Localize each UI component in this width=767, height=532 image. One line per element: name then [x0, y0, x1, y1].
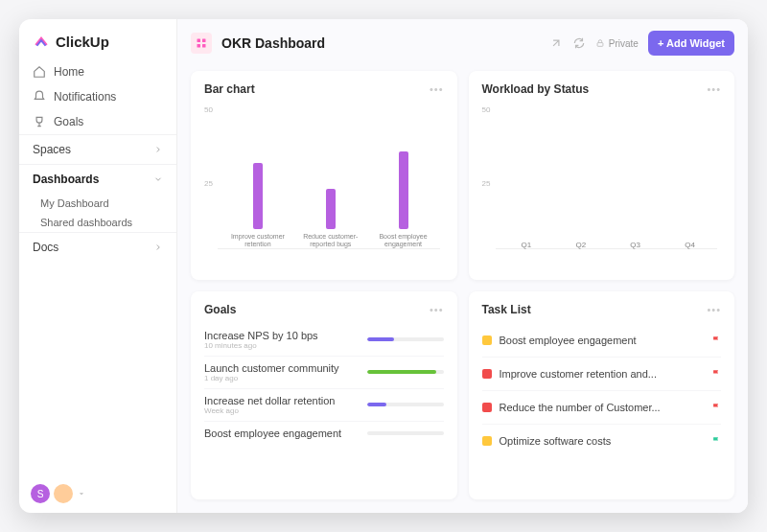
bar: Boost employee engagement [375, 151, 432, 249]
section-dashboards-label: Dashboards [33, 173, 99, 186]
page-title: OKR Dashboard [221, 35, 325, 51]
goal-item[interactable]: Increase net dollar retentionWeek ago [204, 389, 444, 422]
chevron-right-icon [153, 145, 163, 154]
section-spaces[interactable]: Spaces [19, 134, 176, 164]
nav-home[interactable]: Home [25, 59, 171, 84]
dashboard-icon [191, 33, 212, 54]
card-workload: Workload by Status ••• 5025Q1Q2Q3Q4 [469, 71, 735, 280]
footer-avatars: S [19, 474, 176, 513]
goal-text: Increase NPS by 10 bps [204, 330, 318, 341]
section-spaces-label: Spaces [33, 143, 71, 156]
section-docs-label: Docs [33, 241, 58, 254]
cards-grid: Bar chart ••• 5025Improve customer reten… [177, 67, 748, 513]
task-text: Improve customer retention and... [500, 368, 705, 380]
task-text: Reduce the number of Customer... [500, 402, 705, 413]
status-square-icon [482, 403, 492, 412]
task-item[interactable]: Optimize software costs [482, 425, 722, 457]
goal-time: Week ago [204, 406, 335, 415]
status-square-icon [482, 436, 492, 446]
nav-notifications-label: Notifications [54, 90, 116, 104]
refresh-icon[interactable] [572, 36, 586, 50]
brand-row: ClickUp [19, 19, 176, 59]
card-bar-chart: Bar chart ••• 5025Improve customer reten… [191, 71, 457, 280]
task-item[interactable]: Boost employee engagement [482, 324, 722, 358]
goal-item[interactable]: Boost employee engagement [204, 422, 444, 445]
bar-label: Improve customer retention [224, 233, 291, 249]
trophy-icon [33, 115, 46, 128]
goal-item[interactable]: Launch customer community1 day ago [204, 357, 444, 389]
nav-home-label: Home [54, 65, 84, 79]
svg-rect-0 [198, 39, 201, 43]
lock-icon [595, 38, 605, 48]
avatar-s[interactable]: S [31, 484, 50, 503]
task-item[interactable]: Reduce the number of Customer... [482, 391, 722, 425]
header: OKR Dashboard Private + Add Widget [177, 19, 748, 67]
card-title: Workload by Status [482, 82, 590, 96]
avatar-user[interactable] [54, 484, 73, 503]
stacked-bar: Q4 [662, 157, 717, 249]
bar: Improve customer retention [229, 163, 287, 248]
home-icon [33, 65, 46, 79]
bar-label: Q2 [575, 241, 586, 249]
privacy-indicator[interactable]: Private [595, 38, 639, 49]
nav-goals-label: Goals [54, 115, 83, 128]
nav-goals[interactable]: Goals [25, 109, 171, 134]
goal-time: 1 day ago [204, 374, 339, 382]
sidebar-item-shared-dashboards[interactable]: Shared dashboards [19, 213, 176, 232]
svg-rect-1 [202, 39, 206, 43]
svg-rect-2 [198, 44, 201, 48]
status-square-icon [482, 335, 492, 345]
goal-text: Increase net dollar retention [204, 395, 335, 406]
card-menu-icon[interactable]: ••• [430, 304, 444, 315]
chevron-right-icon [153, 243, 163, 252]
clickup-logo-icon [33, 33, 50, 50]
status-square-icon [482, 369, 492, 379]
section-docs[interactable]: Docs [19, 232, 176, 262]
goals-list: Increase NPS by 10 bps10 minutes agoLaun… [204, 324, 444, 445]
stacked-bar: Q2 [553, 170, 608, 248]
card-title: Goals [204, 303, 236, 316]
bar-label: Q4 [685, 241, 695, 249]
svg-rect-4 [597, 43, 603, 47]
progress-bar [367, 403, 444, 406]
bar: Reduce customer-reported bugs [302, 189, 360, 248]
sidebar-item-my-dashboard[interactable]: My Dashboard [19, 194, 176, 213]
flag-icon [711, 399, 721, 416]
add-widget-button[interactable]: + Add Widget [648, 31, 734, 56]
expand-icon[interactable] [549, 36, 563, 50]
chevron-down-icon [153, 174, 163, 184]
nav-primary: Home Notifications Goals [19, 59, 176, 134]
goal-text: Boost employee engagement [204, 428, 341, 439]
card-menu-icon[interactable]: ••• [430, 83, 444, 95]
goal-time: 10 minutes ago [204, 341, 318, 350]
task-text: Optimize software costs [500, 435, 705, 447]
card-title: Bar chart [204, 82, 255, 96]
progress-bar [367, 337, 444, 341]
workload-chart: 5025Q1Q2Q3Q4 [482, 104, 722, 268]
goal-item[interactable]: Increase NPS by 10 bps10 minutes ago [204, 324, 444, 357]
card-tasks: Task List ••• Boost employee engagementI… [469, 291, 735, 500]
stacked-bar: Q1 [500, 145, 554, 249]
bell-icon [33, 90, 46, 104]
flag-icon [711, 432, 721, 450]
sidebar: ClickUp Home Notifications Goals Spaces … [19, 19, 177, 513]
bar-label: Q1 [522, 241, 532, 249]
task-item[interactable]: Improve customer retention and... [482, 358, 722, 391]
task-text: Boost employee engagement [500, 335, 705, 346]
caret-down-icon[interactable] [77, 489, 86, 498]
bar-label: Boost employee engagement [370, 233, 437, 249]
nav-notifications[interactable]: Notifications [25, 84, 171, 109]
privacy-label: Private [609, 38, 639, 49]
bar-chart: 5025Improve customer retentionReduce cus… [204, 104, 444, 268]
card-menu-icon[interactable]: ••• [707, 83, 721, 95]
grid-icon [196, 37, 207, 49]
flag-icon [711, 365, 721, 382]
stacked-bar: Q3 [608, 173, 662, 248]
flag-icon [711, 332, 721, 349]
progress-bar [367, 370, 444, 374]
progress-bar [367, 431, 444, 435]
card-menu-icon[interactable]: ••• [707, 304, 721, 315]
section-dashboards[interactable]: Dashboards [19, 164, 176, 194]
app-window: ClickUp Home Notifications Goals Spaces … [19, 19, 748, 513]
card-title: Task List [482, 303, 531, 316]
